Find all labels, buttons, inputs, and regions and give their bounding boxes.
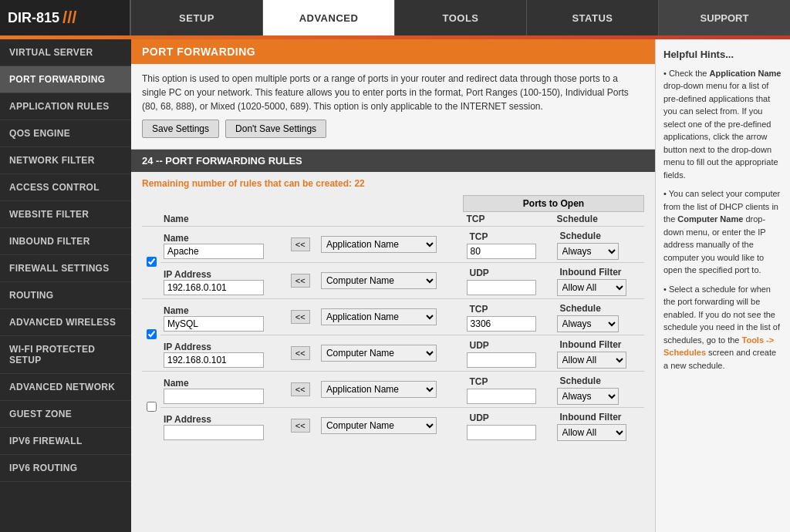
rule-3-udp-input[interactable] (467, 425, 536, 440)
sidebar-item-network-filter[interactable]: NETWORK FILTER (0, 147, 131, 174)
button-row: Save Settings Don't Save Settings (142, 113, 644, 141)
rule-1-schedule-label: Schedule (557, 229, 641, 243)
rule-2-app-select[interactable]: Application Name (321, 308, 437, 325)
table-row: IP Address << Computer Name UDP (142, 263, 644, 299)
rule-3-ip-input[interactable] (164, 425, 264, 440)
hints-title: Helpful Hints... (663, 47, 782, 62)
rule-2-tcp-input[interactable] (467, 316, 536, 332)
rule-1-arrow-btn[interactable]: << (291, 237, 310, 251)
sidebar-item-access-control[interactable]: ACCESS CONTROL (0, 174, 131, 201)
rule-1-checkbox[interactable] (147, 257, 157, 267)
right-panel: Helpful Hints... • Check the Application… (655, 39, 790, 532)
sidebar-item-ipv6-firewall[interactable]: IPV6 FIREWALL (0, 428, 131, 455)
page-title: PORT FORWARDING (142, 45, 255, 58)
table-row: IP Address << Computer Name UDP (142, 335, 644, 372)
rule-1-tcp-input[interactable] (467, 244, 536, 259)
rule-1-inbound-select[interactable]: Allow All (557, 279, 626, 296)
rule-2-udp-input[interactable] (467, 352, 536, 368)
save-settings-button[interactable]: Save Settings (142, 120, 219, 138)
rule-3-name-input[interactable] (164, 389, 264, 404)
hint-3: • Select a schedule for when the port fo… (663, 283, 782, 372)
nav-tabs: SETUP ADVANCED TOOLS STATUS SUPPORT (131, 0, 790, 35)
rule-3-schedule-select[interactable]: Always (557, 388, 619, 405)
table-row: Name << Application Name TCP (142, 299, 644, 335)
rule-2-tcp-label: TCP (467, 302, 551, 316)
rule-3-inbound-select[interactable]: Allow All (557, 424, 626, 441)
dont-save-settings-button[interactable]: Don't Save Settings (225, 120, 326, 138)
table-row: Name << Application Name TCP (142, 372, 644, 408)
rule-1-tcp-label: TCP (467, 230, 551, 244)
sidebar: VIRTUAL SERVER PORT FORWARDING APPLICATI… (0, 39, 131, 532)
table-row: IP Address << Computer Name UDP (142, 408, 644, 444)
sidebar-item-qos-engine[interactable]: QOS ENGINE (0, 120, 131, 147)
hint-1-bold: Application Name (710, 69, 782, 78)
page-header: PORT FORWARDING (131, 39, 655, 64)
rules-table: Ports to Open Name TCP Schedule (142, 195, 644, 443)
hint-2: • You can select your computer from the … (663, 187, 782, 277)
top-bar: DIR-815 /// SETUP ADVANCED TOOLS STATUS … (0, 0, 790, 35)
rule-1-ip-input[interactable] (164, 280, 264, 295)
rule-2-name-input[interactable] (164, 316, 264, 332)
sidebar-item-virtual-server[interactable]: VIRTUAL SERVER (0, 39, 131, 66)
rule-1-schedule-select[interactable]: Always (557, 243, 619, 260)
rule-2-ip-arrow-btn[interactable]: << (291, 346, 310, 360)
hint-2-bold: Computer Name (677, 214, 743, 224)
logo-slash: /// (62, 8, 76, 28)
rule-2-schedule-select[interactable]: Always (557, 315, 619, 332)
rule-1-computer-select[interactable]: Computer Name (321, 272, 437, 289)
logo: DIR-815 /// (0, 0, 131, 35)
rule-1-udp-input[interactable] (467, 280, 536, 295)
hint-1: • Check the Application Name drop-down m… (663, 67, 782, 182)
rule-2-computer-select[interactable]: Computer Name (321, 345, 437, 362)
sidebar-item-wifi-protected[interactable]: WI-FI PROTECTED SETUP (0, 336, 131, 374)
rule-2-arrow-btn[interactable]: << (291, 310, 310, 324)
rule-1-name-input[interactable] (164, 244, 264, 259)
rule-2-udp-label: UDP (467, 338, 551, 352)
rule-3-app-select[interactable]: Application Name (321, 381, 437, 398)
sidebar-item-inbound-filter[interactable]: INBOUND FILTER (0, 228, 131, 255)
rule-2-inbound-label: Inbound Filter (557, 338, 641, 352)
sidebar-item-advanced-network[interactable]: ADVANCED NETWORK (0, 374, 131, 401)
sidebar-item-routing[interactable]: ROUTING (0, 282, 131, 309)
page-description: This option is used to open multiple por… (131, 64, 655, 150)
rules-area: Remaining number of rules that can be cr… (131, 172, 655, 450)
tab-setup[interactable]: SETUP (131, 0, 263, 35)
hints-text: • Check the Application Name drop-down m… (663, 67, 782, 372)
rule-1-udp-label: UDP (467, 266, 551, 280)
rule-2-checkbox[interactable] (147, 329, 157, 339)
rule-3-udp-label: UDP (467, 411, 551, 425)
tab-advanced[interactable]: ADVANCED (263, 0, 395, 35)
rule-3-ip-arrow-btn[interactable]: << (291, 419, 310, 433)
content-area: PORT FORWARDING This option is used to o… (131, 39, 655, 532)
rule-3-inbound-label: Inbound Filter (557, 410, 641, 424)
sidebar-item-firewall-settings[interactable]: FIREWALL SETTINGS (0, 255, 131, 282)
rule-2-inbound-select[interactable]: Allow All (557, 352, 626, 369)
sidebar-item-application-rules[interactable]: APPLICATION RULES (0, 93, 131, 120)
rule-3-arrow-btn[interactable]: << (291, 382, 310, 396)
rule-3-computer-select[interactable]: Computer Name (321, 417, 437, 434)
tab-support[interactable]: SUPPORT (659, 0, 790, 35)
tab-tools[interactable]: TOOLS (395, 0, 527, 35)
rule-1-inbound-label: Inbound Filter (557, 265, 641, 279)
page-desc-text: This option is used to open multiple por… (142, 73, 629, 112)
col-schedule-header: Schedule (554, 212, 644, 227)
rule-1-ip-arrow-btn[interactable]: << (291, 274, 310, 288)
rule-1-ip-label: IP Address (164, 266, 285, 280)
hints-link[interactable]: Tools -> Schedules (663, 335, 774, 358)
rule-3-tcp-input[interactable] (467, 389, 536, 404)
rule-2-name-label: Name (164, 302, 285, 316)
rule-3-tcp-label: TCP (467, 375, 551, 389)
sidebar-item-guest-zone[interactable]: GUEST ZONE (0, 401, 131, 428)
rule-1-app-select[interactable]: Application Name (321, 236, 437, 253)
remaining-count: 22 (354, 178, 364, 189)
sidebar-item-website-filter[interactable]: WEBSITE FILTER (0, 201, 131, 228)
rule-3-schedule-label: Schedule (557, 374, 641, 388)
rule-2-ip-input[interactable] (164, 352, 264, 368)
sidebar-item-ipv6-routing[interactable]: IPV6 ROUTING (0, 455, 131, 482)
sidebar-item-advanced-wireless[interactable]: ADVANCED WIRELESS (0, 309, 131, 336)
sidebar-item-port-forwarding[interactable]: PORT FORWARDING (0, 66, 131, 93)
tab-status[interactable]: STATUS (527, 0, 659, 35)
rule-2-schedule-label: Schedule (557, 301, 641, 315)
rule-3-checkbox[interactable] (147, 402, 157, 412)
main-layout: VIRTUAL SERVER PORT FORWARDING APPLICATI… (0, 39, 790, 532)
